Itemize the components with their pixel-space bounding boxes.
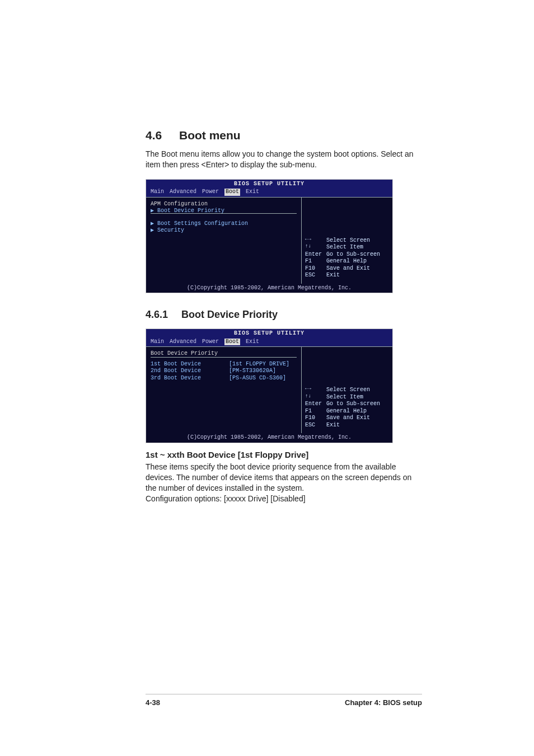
bios-right-pane: ←→Select Screen ↑↓Select Item EnterGo to…: [302, 197, 392, 284]
subsection-number: 4.6.1: [146, 309, 181, 321]
arrows-ud-icon: ↑↓: [305, 394, 324, 401]
divider: [151, 213, 297, 214]
section-number: 4.6: [146, 129, 179, 142]
hint-select-screen: ←→Select Screen: [305, 387, 389, 394]
menu-item-boot-device-priority[interactable]: ▶Boot Device Priority: [151, 208, 297, 215]
tab-advanced[interactable]: Advanced: [170, 339, 196, 346]
tab-exit[interactable]: Exit: [246, 339, 259, 346]
chapter-label: Chapter 4: BIOS setup: [345, 698, 422, 707]
tab-power[interactable]: Power: [202, 339, 219, 346]
bios-title: BIOS SETUP UTILITY: [146, 180, 392, 189]
menu-item-boot-settings-configuration[interactable]: ▶Boot Settings Configuration: [151, 220, 297, 228]
hint-esc: ESCExit: [305, 422, 389, 429]
bios-body: Boot Device Priority 1st Boot Device[1st…: [146, 346, 392, 433]
arrows-lr-icon: ←→: [305, 387, 324, 394]
hint-select-item: ↑↓Select Item: [305, 394, 389, 401]
boot-device-1[interactable]: 1st Boot Device[1st FLOPPY DRIVE]: [151, 361, 297, 368]
bios-copyright: (C)Copyright 1985-2002, American Megatre…: [146, 433, 392, 443]
tab-boot[interactable]: Boot: [224, 339, 240, 346]
tab-boot[interactable]: Boot: [224, 189, 240, 196]
bios-right-pane: ←→Select Screen ↑↓Select Item EnterGo to…: [302, 346, 392, 433]
hint-esc: ESCExit: [305, 272, 389, 279]
bios-body: APM Configuration ▶Boot Device Priority …: [146, 197, 392, 284]
boot-device-3[interactable]: 3rd Boot Device[PS-ASUS CD-S360]: [151, 375, 297, 382]
hint-f1: F1General Help: [305, 258, 389, 265]
tab-power[interactable]: Power: [202, 189, 219, 196]
section-description: The Boot menu items allow you to change …: [146, 149, 414, 170]
bios-heading: APM Configuration: [151, 201, 297, 208]
tab-main[interactable]: Main: [151, 189, 164, 196]
hint-select-screen: ←→Select Screen: [305, 237, 389, 245]
bios-screen-boot-device-priority: BIOS SETUP UTILITY Main Advanced Power B…: [146, 328, 393, 443]
arrow-icon: ▶: [151, 227, 157, 234]
hint-enter: EnterGo to Sub-screen: [305, 251, 389, 259]
bios-title: BIOS SETUP UTILITY: [146, 329, 392, 338]
subsection-title-text: Boot Device Priority: [181, 309, 278, 320]
bios-heading: Boot Device Priority: [151, 350, 297, 358]
tab-advanced[interactable]: Advanced: [170, 189, 196, 196]
bios-screen-boot-menu: BIOS SETUP UTILITY Main Advanced Power B…: [146, 179, 393, 294]
boot-device-2[interactable]: 2nd Boot Device[PM-ST330620A]: [151, 368, 297, 375]
bios-left-pane: Boot Device Priority 1st Boot Device[1st…: [146, 346, 302, 433]
hint-select-item: ↑↓Select Item: [305, 244, 389, 251]
divider: [151, 357, 297, 358]
item-description: These items specify the boot device prio…: [146, 462, 414, 494]
item-title: 1st ~ xxth Boot Device [1st Floppy Drive…: [146, 450, 422, 459]
bios-copyright: (C)Copyright 1985-2002, American Megatre…: [146, 284, 392, 293]
item-options: Configuration options: [xxxxx Drive] [Di…: [146, 494, 422, 503]
page-number: 4-38: [146, 698, 160, 707]
tab-exit[interactable]: Exit: [246, 189, 259, 196]
hint-f10: F10Save and Exit: [305, 415, 389, 422]
footer-rule: [146, 694, 422, 694]
subsection-heading: 4.6.1Boot Device Priority: [146, 309, 422, 321]
hint-f1: F1General Help: [305, 408, 389, 415]
arrow-icon: ▶: [151, 220, 157, 228]
arrows-ud-icon: ↑↓: [305, 244, 324, 251]
hint-enter: EnterGo to Sub-screen: [305, 401, 389, 408]
bios-tabs: Main Advanced Power Boot Exit: [146, 338, 392, 347]
section-heading: 4.6Boot menu: [146, 129, 422, 142]
page: 4.6Boot menu The Boot menu items allow y…: [0, 0, 534, 756]
bios-tabs: Main Advanced Power Boot Exit: [146, 188, 392, 197]
tab-main[interactable]: Main: [151, 339, 164, 346]
hint-f10: F10Save and Exit: [305, 265, 389, 273]
bios-left-pane: APM Configuration ▶Boot Device Priority …: [146, 197, 302, 284]
menu-item-security[interactable]: ▶Security: [151, 227, 297, 234]
arrow-icon: ▶: [151, 208, 157, 215]
section-title-text: Boot menu: [179, 129, 241, 142]
page-footer: 4-38 Chapter 4: BIOS setup: [146, 698, 422, 707]
